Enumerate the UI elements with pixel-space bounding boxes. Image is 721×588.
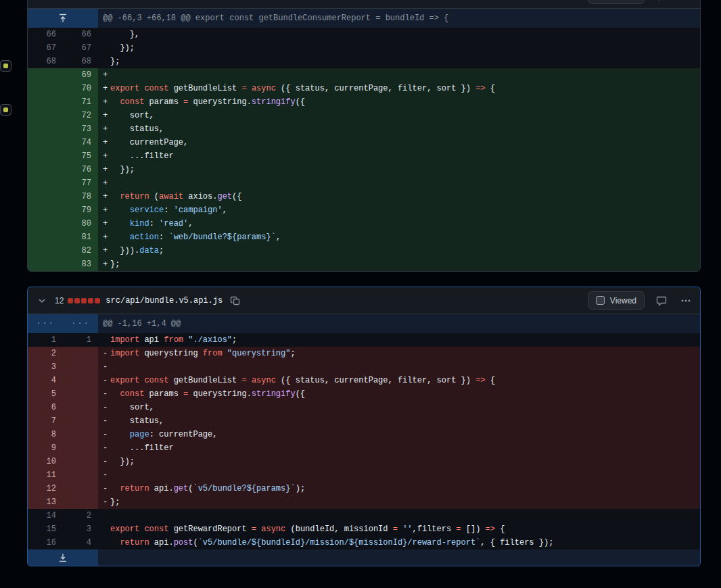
- code-token: {: [495, 524, 505, 534]
- line-number-old[interactable]: [28, 95, 63, 109]
- line-number-new[interactable]: 67: [63, 41, 98, 55]
- code-token: ({: [232, 192, 241, 201]
- line-number-old[interactable]: 11: [28, 468, 63, 482]
- line-number-old[interactable]: 12: [28, 482, 63, 495]
- line-number-old[interactable]: [28, 190, 63, 203]
- viewed-toggle[interactable]: Viewed: [588, 0, 645, 4]
- line-number-new[interactable]: 69: [63, 68, 98, 82]
- line-number-old[interactable]: 5: [28, 387, 63, 401]
- line-number-new[interactable]: 4: [63, 536, 98, 549]
- comment-icon[interactable]: [654, 0, 669, 3]
- viewed-toggle[interactable]: Viewed: [588, 291, 645, 310]
- line-number-old[interactable]: [28, 163, 63, 176]
- line-number-new[interactable]: 72: [63, 109, 98, 122]
- line-number-new[interactable]: 71: [63, 95, 98, 109]
- line-number-old[interactable]: 15: [28, 522, 63, 536]
- comment-icon[interactable]: [654, 293, 669, 308]
- collapse-file-chevron-icon[interactable]: [34, 0, 49, 3]
- line-number-new[interactable]: 77: [63, 176, 98, 190]
- margin-marker-icon[interactable]: [0, 60, 11, 72]
- line-number-new[interactable]: [63, 387, 98, 401]
- line-number-old[interactable]: [28, 122, 63, 136]
- line-number-new[interactable]: 83: [63, 258, 98, 271]
- line-number-old[interactable]: [28, 109, 63, 122]
- diff-sign: +: [103, 136, 110, 149]
- line-number-old[interactable]: 3: [28, 360, 63, 374]
- line-number-old[interactable]: [28, 68, 63, 82]
- line-number-new[interactable]: 73: [63, 122, 98, 136]
- line-number-new[interactable]: 1: [63, 333, 98, 347]
- code-token: post: [174, 538, 193, 547]
- line-number-new[interactable]: 82: [63, 244, 98, 258]
- line-number-old[interactable]: [28, 203, 63, 217]
- line-number-new[interactable]: [63, 482, 98, 495]
- code-token: service: [130, 205, 164, 215]
- line-number-old[interactable]: 4: [28, 374, 63, 387]
- copy-path-icon[interactable]: [228, 293, 243, 308]
- line-number-new[interactable]: 2: [63, 509, 98, 522]
- code-token: from: [164, 335, 183, 345]
- expand-up-button[interactable]: [28, 9, 98, 28]
- line-number-new[interactable]: 81: [63, 230, 98, 244]
- line-number-new[interactable]: 3: [63, 522, 98, 536]
- line-number-new[interactable]: 75: [63, 149, 98, 163]
- line-number-old[interactable]: 8: [28, 428, 63, 441]
- line-number-old[interactable]: 2: [28, 347, 63, 360]
- code-line: export const getRewardReport = async (bu…: [98, 522, 700, 536]
- line-number-old[interactable]: [28, 217, 63, 230]
- line-number-new[interactable]: 76: [63, 163, 98, 176]
- line-number-new[interactable]: [63, 468, 98, 482]
- line-number-old[interactable]: [28, 149, 63, 163]
- viewed-checkbox[interactable]: [596, 296, 605, 305]
- line-number-old[interactable]: 68: [28, 55, 63, 68]
- line-number-old[interactable]: 10: [28, 455, 63, 468]
- line-number-old[interactable]: 9: [28, 441, 63, 455]
- diffstat-count: 12: [55, 296, 64, 305]
- line-number-old[interactable]: 1: [28, 333, 63, 347]
- line-number-old[interactable]: [28, 258, 63, 271]
- code-token: : currentPage,: [149, 430, 218, 439]
- line-number-new[interactable]: [63, 455, 98, 468]
- line-number-old[interactable]: [28, 230, 63, 244]
- line-number-old[interactable]: [28, 82, 63, 95]
- line-number-old[interactable]: [28, 244, 63, 258]
- line-number-old[interactable]: [28, 136, 63, 149]
- kebab-menu-icon[interactable]: [678, 0, 693, 3]
- copy-path-icon[interactable]: [228, 0, 243, 3]
- kebab-menu-icon[interactable]: [678, 293, 693, 308]
- line-number-old[interactable]: 13: [28, 495, 63, 509]
- line-number-new[interactable]: [63, 360, 98, 374]
- code-line: + status,: [98, 122, 700, 136]
- expand-bottom-row: [28, 549, 700, 566]
- expand-down-button[interactable]: [28, 549, 98, 566]
- collapse-file-chevron-icon[interactable]: [34, 293, 49, 308]
- line-number-old[interactable]: 6: [28, 401, 63, 414]
- line-number-new[interactable]: 68: [63, 55, 98, 68]
- line-number-new[interactable]: [63, 414, 98, 428]
- line-number-old[interactable]: 67: [28, 41, 63, 55]
- line-number-new[interactable]: [63, 428, 98, 441]
- line-number-old[interactable]: 66: [28, 28, 63, 41]
- code-token: params: [144, 389, 183, 399]
- line-number-old[interactable]: [28, 176, 63, 190]
- line-number-new[interactable]: 70: [63, 82, 98, 95]
- line-number-new[interactable]: 74: [63, 136, 98, 149]
- line-number-new[interactable]: 80: [63, 217, 98, 230]
- diff-row: 6767 });: [28, 41, 700, 55]
- line-number-old[interactable]: 14: [28, 509, 63, 522]
- line-number-new[interactable]: [63, 374, 98, 387]
- line-number-old[interactable]: 16: [28, 536, 63, 549]
- diff-sign: +: [103, 149, 110, 163]
- margin-marker-icon[interactable]: [0, 104, 11, 116]
- line-number-old[interactable]: 7: [28, 414, 63, 428]
- file-header-actions: Viewed: [588, 291, 693, 310]
- line-number-new[interactable]: [63, 347, 98, 360]
- line-number-new[interactable]: [63, 441, 98, 455]
- line-number-new[interactable]: 78: [63, 190, 98, 203]
- line-number-new[interactable]: [63, 495, 98, 509]
- line-number-new[interactable]: 79: [63, 203, 98, 217]
- file-name-link[interactable]: src/api/bundle.v5.api.js: [106, 296, 223, 305]
- code-line: - ...filter: [98, 441, 700, 455]
- line-number-new[interactable]: [63, 401, 98, 414]
- line-number-new[interactable]: 66: [63, 28, 98, 41]
